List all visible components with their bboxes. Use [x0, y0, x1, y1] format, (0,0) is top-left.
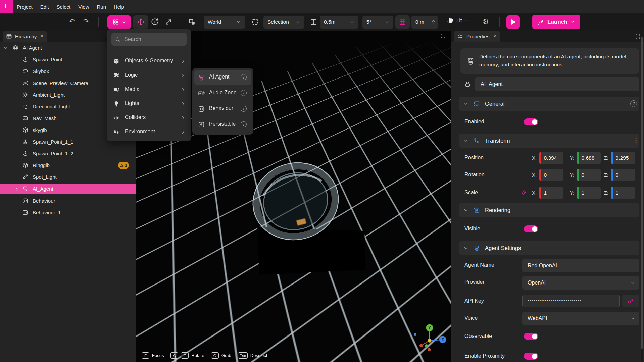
info-icon[interactable]: i	[241, 74, 247, 80]
shading-mode-dropdown[interactable]: Lit	[446, 17, 469, 24]
play-button[interactable]	[506, 15, 520, 29]
warning-badge[interactable]: 1	[118, 162, 129, 169]
section-general[interactable]: General	[459, 97, 639, 111]
scale-tool-button[interactable]	[164, 18, 172, 26]
enable-proximity-toggle[interactable]	[524, 353, 538, 360]
tree-row-ringglb[interactable]: Ringglb 1	[0, 160, 136, 170]
menu-select[interactable]: Select	[57, 4, 71, 10]
menu-item-label: Media	[125, 86, 140, 92]
vertical-snap-button[interactable]	[309, 18, 317, 26]
viewport-expand-icon[interactable]	[440, 33, 446, 39]
visible-toggle[interactable]	[524, 225, 538, 232]
chevron-down-icon[interactable]	[3, 46, 8, 50]
menu-item-logic[interactable]: Logic	[107, 69, 191, 83]
transform-gizmo[interactable]: Y Z	[408, 320, 451, 357]
transform-space-button[interactable]	[188, 18, 196, 26]
tree-row-spot-light[interactable]: Spot_Light	[0, 172, 136, 182]
submenu-item-behaviour[interactable]: Behaviour i	[194, 102, 251, 116]
menu-item-environment[interactable]: Environment	[107, 125, 191, 139]
search-input[interactable]: Search	[111, 33, 187, 46]
snap-angle-dropdown[interactable]: 5°	[362, 16, 393, 29]
settings-gear-button[interactable]: ⚙	[483, 18, 489, 26]
object-name-field[interactable]: AI_Agent	[475, 77, 639, 91]
api-key-field[interactable]: ••••••••••••••••••••••••••••	[522, 295, 620, 307]
overflow-menu-icon[interactable]: ⋮	[633, 137, 639, 143]
help-icon[interactable]: ?	[630, 100, 637, 107]
position-x-field[interactable]: X: 0.394	[529, 152, 563, 164]
gizmo-x-handle[interactable]	[419, 344, 423, 347]
snap-distance-dropdown[interactable]: 0.5m	[320, 16, 358, 29]
info-icon[interactable]: i	[241, 90, 247, 96]
menu-project[interactable]: Project	[17, 4, 33, 10]
selection-mode-dropdown[interactable]: Selection	[263, 16, 304, 29]
launch-button[interactable]: Launch	[532, 15, 580, 29]
info-icon[interactable]: i	[241, 121, 247, 127]
tree-row-behaviour[interactable]: Behaviour	[0, 196, 136, 206]
lock-open-icon[interactable]	[464, 81, 471, 88]
gizmo-neg-y-handle[interactable]	[425, 344, 428, 348]
api-key-reveal-button[interactable]	[622, 295, 639, 307]
key-g: G	[211, 352, 219, 359]
position-y-field[interactable]: Y: 0.688	[567, 152, 601, 164]
submenu-item-persistable[interactable]: Persistable i	[194, 117, 251, 132]
submenu-item-audio-zone[interactable]: Audio Zone i	[194, 86, 251, 101]
gizmo-center-handle[interactable]	[428, 339, 432, 343]
scrollbar-thumb[interactable]	[641, 37, 643, 349]
provider-dropdown[interactable]: OpenAI	[522, 276, 639, 290]
selection-frame-button[interactable]	[251, 18, 259, 26]
tab-properties[interactable]: Properties ×	[454, 31, 500, 42]
chevron-down-icon	[571, 20, 575, 24]
scale-x-field[interactable]: X: 1	[529, 187, 563, 199]
chevron-right-icon[interactable]	[15, 187, 19, 191]
rotation-x-field[interactable]: X: 0	[529, 169, 563, 181]
redo-button[interactable]: ↷	[83, 18, 89, 25]
section-transform[interactable]: Transform	[459, 134, 639, 148]
section-agent-settings[interactable]: Agent Settings	[459, 241, 639, 255]
height-stepper[interactable]: 0 m	[411, 16, 438, 29]
close-icon[interactable]: ×	[40, 33, 43, 39]
agent-name-field[interactable]: Red OpenAI	[522, 259, 639, 272]
scale-z-field[interactable]: Z: 1	[601, 187, 635, 199]
trees-icon	[113, 128, 120, 136]
world-space-dropdown[interactable]: World	[204, 16, 245, 29]
observable-toggle[interactable]	[524, 333, 538, 340]
menu-item-lights[interactable]: Lights	[107, 97, 191, 111]
menu-item-objects-geometry[interactable]: Objects & Geometry	[107, 54, 191, 68]
section-rendering[interactable]: Rendering	[459, 203, 639, 217]
chevron-right-icon	[181, 73, 186, 78]
info-icon[interactable]: i	[241, 106, 247, 112]
tree-row-spawn-point-1-2[interactable]: Spawn_Point_1_2	[0, 149, 136, 159]
toolbar-divider	[526, 17, 526, 27]
gizmo-neg-z-handle[interactable]	[414, 333, 416, 336]
enabled-toggle[interactable]	[524, 118, 538, 125]
tree-row-ai-agent-selected[interactable]: AI_Agent	[0, 184, 136, 194]
app-logo[interactable]: L	[0, 0, 13, 13]
menu-run[interactable]: Run	[97, 4, 106, 10]
close-icon[interactable]: ×	[493, 33, 496, 39]
voice-dropdown[interactable]: WebAPI	[522, 312, 639, 325]
menu-view[interactable]: View	[78, 4, 89, 10]
scale-link-icon[interactable]	[521, 189, 527, 196]
add-object-button[interactable]	[107, 15, 131, 29]
panel-expand-icon[interactable]	[635, 34, 641, 39]
ring-object[interactable]	[242, 151, 349, 252]
tree-row-behaviour-1[interactable]: Behaviour_1	[0, 208, 136, 218]
scale-y-field[interactable]: Y: 1	[567, 187, 601, 199]
rotation-y-field[interactable]: Y: 0	[567, 169, 601, 181]
menu-edit[interactable]: Edit	[40, 4, 49, 10]
stepper-arrows[interactable]	[432, 20, 435, 25]
axis-x-label: X:	[529, 155, 537, 161]
position-z-field[interactable]: Z: 9.295	[601, 152, 635, 164]
menu-help[interactable]: Help	[114, 4, 124, 10]
rotate-tool-button[interactable]	[150, 18, 159, 27]
undo-button[interactable]: ↶	[69, 18, 75, 25]
tab-hierarchy[interactable]: Hierarchy ×	[3, 31, 47, 42]
hint-deselect: Deselect	[250, 353, 267, 358]
grid-snap-toggle-button[interactable]	[395, 15, 410, 29]
menu-item-media[interactable]: Media	[107, 83, 191, 97]
menu-item-colliders[interactable]: Colliders	[107, 111, 191, 125]
gizmo-neg-x-handle[interactable]	[428, 348, 431, 351]
rotation-z-field[interactable]: Z: 0	[601, 169, 635, 181]
move-tool-button[interactable]	[133, 15, 148, 29]
submenu-item-ai-agent[interactable]: AI Agent i	[194, 70, 251, 85]
